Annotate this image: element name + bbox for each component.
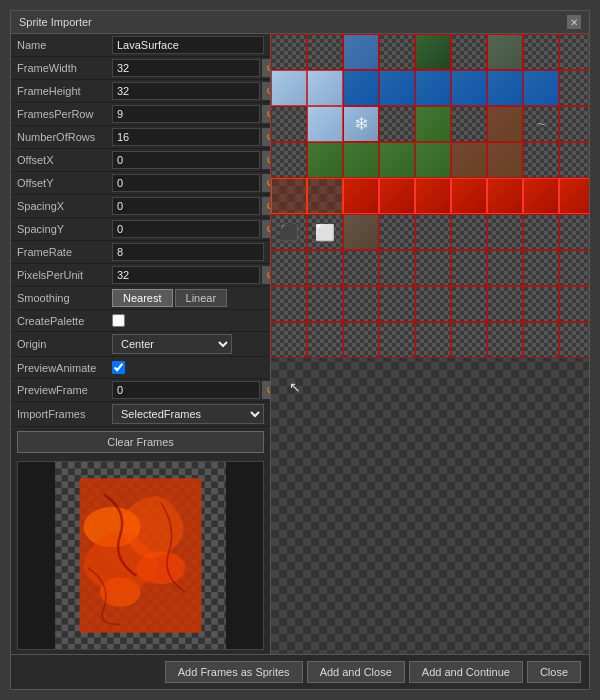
tile-2-8[interactable]	[559, 106, 589, 142]
tile-7-0[interactable]	[271, 286, 307, 322]
tile-1-7[interactable]	[523, 70, 559, 106]
tile-5-0[interactable]: ⬛	[271, 214, 307, 250]
spacingy-refresh-button[interactable]: ↺	[262, 220, 271, 238]
tile-5-8[interactable]	[559, 214, 589, 250]
createpalette-checkbox[interactable]	[112, 314, 125, 327]
offsetx-refresh-button[interactable]: ↺	[262, 151, 271, 169]
tile-7-7[interactable]	[523, 286, 559, 322]
tile-7-6[interactable]	[487, 286, 523, 322]
tile-8-3[interactable]	[379, 322, 415, 358]
tile-6-1[interactable]	[307, 250, 343, 286]
tile-3-5[interactable]	[451, 142, 487, 178]
tile-3-8[interactable]	[559, 142, 589, 178]
tile-4-6[interactable]	[487, 178, 523, 214]
tile-8-7[interactable]	[523, 322, 559, 358]
tile-5-7[interactable]	[523, 214, 559, 250]
tile-0-2[interactable]	[343, 34, 379, 70]
pixelsperunit-input[interactable]	[112, 266, 260, 284]
tile-1-8[interactable]	[559, 70, 589, 106]
framesperrow-input[interactable]	[112, 105, 260, 123]
tile-6-4[interactable]	[415, 250, 451, 286]
tile-3-7[interactable]	[523, 142, 559, 178]
tile-0-3[interactable]	[379, 34, 415, 70]
tile-2-6[interactable]	[487, 106, 523, 142]
offsetx-input[interactable]	[112, 151, 260, 169]
nearest-button[interactable]: Nearest	[112, 289, 173, 307]
tile-3-1[interactable]	[307, 142, 343, 178]
tile-6-7[interactable]	[523, 250, 559, 286]
tile-0-6[interactable]	[487, 34, 523, 70]
tile-1-5[interactable]	[451, 70, 487, 106]
tile-6-2[interactable]	[343, 250, 379, 286]
framewidth-refresh-button[interactable]: ↺	[262, 59, 271, 77]
numberofrows-input[interactable]	[112, 128, 260, 146]
offsety-input[interactable]	[112, 174, 260, 192]
tile-7-4[interactable]	[415, 286, 451, 322]
tile-1-4[interactable]	[415, 70, 451, 106]
framerate-input[interactable]	[112, 243, 264, 261]
tile-3-4[interactable]	[415, 142, 451, 178]
numberofrows-refresh-button[interactable]: ↺	[262, 128, 271, 146]
tile-0-4[interactable]	[415, 34, 451, 70]
tile-4-0[interactable]	[271, 178, 307, 214]
tile-5-3[interactable]	[379, 214, 415, 250]
tile-4-5[interactable]	[451, 178, 487, 214]
tile-4-8[interactable]	[559, 178, 589, 214]
tile-4-3[interactable]	[379, 178, 415, 214]
tile-4-1[interactable]	[307, 178, 343, 214]
tile-2-1[interactable]	[307, 106, 343, 142]
frameheight-input[interactable]	[112, 82, 260, 100]
right-panel[interactable]: ❄ ~	[271, 34, 589, 654]
offsety-refresh-button[interactable]: ↺	[262, 174, 271, 192]
previewanimate-checkbox[interactable]	[112, 361, 125, 374]
tile-7-5[interactable]	[451, 286, 487, 322]
tile-3-2[interactable]	[343, 142, 379, 178]
tile-5-1[interactable]: ⬜	[307, 214, 343, 250]
tile-2-5[interactable]	[451, 106, 487, 142]
tile-3-0[interactable]	[271, 142, 307, 178]
add-and-close-button[interactable]: Add and Close	[307, 661, 405, 683]
tile-8-4[interactable]	[415, 322, 451, 358]
tile-1-6[interactable]	[487, 70, 523, 106]
tile-8-6[interactable]	[487, 322, 523, 358]
tile-4-4[interactable]	[415, 178, 451, 214]
tile-8-2[interactable]	[343, 322, 379, 358]
add-frames-as-sprites-button[interactable]: Add Frames as Sprites	[165, 661, 303, 683]
previewframe-refresh-button[interactable]: ↺	[262, 381, 271, 399]
tile-2-0[interactable]	[271, 106, 307, 142]
tile-0-7[interactable]	[523, 34, 559, 70]
sprite-grid[interactable]: ❄ ~	[271, 34, 589, 654]
tile-5-6[interactable]	[487, 214, 523, 250]
tile-7-1[interactable]	[307, 286, 343, 322]
pixelsperunit-refresh-button[interactable]: ↺	[262, 266, 271, 284]
tile-1-0[interactable]	[271, 70, 307, 106]
spacingx-input[interactable]	[112, 197, 260, 215]
spacingx-refresh-button[interactable]: ↺	[262, 197, 271, 215]
tile-6-6[interactable]	[487, 250, 523, 286]
origin-select[interactable]: Center Top Left Top Center Bottom Center	[112, 334, 232, 354]
window-close-button[interactable]: ✕	[567, 15, 581, 29]
tile-1-2[interactable]	[343, 70, 379, 106]
linear-button[interactable]: Linear	[175, 289, 228, 307]
tile-6-8[interactable]	[559, 250, 589, 286]
framewidth-input[interactable]	[112, 59, 260, 77]
tile-5-5[interactable]	[451, 214, 487, 250]
sprite-sheet[interactable]: ❄ ~	[271, 34, 589, 646]
tile-2-4[interactable]	[415, 106, 451, 142]
tile-4-2[interactable]	[343, 178, 379, 214]
tile-6-3[interactable]	[379, 250, 415, 286]
importframes-select[interactable]: SelectedFrames AllFrames	[112, 404, 264, 424]
tile-0-0[interactable]	[271, 34, 307, 70]
tile-0-8[interactable]	[559, 34, 589, 70]
tile-6-5[interactable]	[451, 250, 487, 286]
clear-frames-button[interactable]: Clear Frames	[17, 431, 264, 453]
frameheight-refresh-button[interactable]: ↺	[262, 82, 271, 100]
tile-8-5[interactable]	[451, 322, 487, 358]
tile-5-2[interactable]	[343, 214, 379, 250]
tile-8-0[interactable]	[271, 322, 307, 358]
tile-2-2[interactable]: ❄	[343, 106, 379, 142]
tile-1-3[interactable]	[379, 70, 415, 106]
tile-8-1[interactable]	[307, 322, 343, 358]
tile-4-7[interactable]	[523, 178, 559, 214]
tile-0-1[interactable]	[307, 34, 343, 70]
